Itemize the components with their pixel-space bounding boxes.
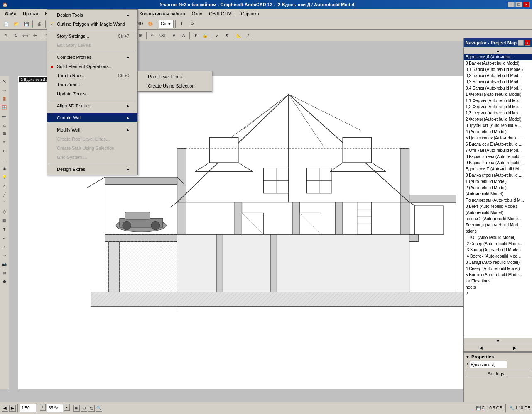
maximize-btn[interactable]: □ [515,2,522,7]
props-value-input[interactable] [470,361,507,368]
nav-item-13[interactable]: 5 Центр конёк (Auto-rebuild ... [464,135,532,141]
tb-save[interactable]: 💾 [22,19,31,29]
settings-button[interactable]: Settings... [466,370,530,377]
lt-mesh[interactable]: ⊞ [0,129,9,138]
status-next-btn[interactable]: ▶ [9,405,16,412]
lt-line[interactable]: ╱ [0,190,9,199]
dm-trim-zone[interactable]: Trim Zone... [47,80,137,89]
view-fit-btn[interactable]: ⊞ [73,405,80,412]
nav-item-20[interactable]: 1 (Auto-rebuild Model) [464,178,532,185]
status-prev-btn[interactable]: ◀ [2,405,8,412]
nav-item-6[interactable]: 1 Фермы (Auto-rebuild Model) [464,91,532,97]
cw-sub-roof-lines[interactable]: Roof Level Lines , [138,72,212,81]
lt-stair[interactable]: ≡ [0,138,9,146]
lt-object[interactable]: ◉ [0,164,9,173]
dm-curtain-wall[interactable]: Curtain Wall ▶ [47,113,137,122]
menu-help[interactable]: Справка [238,10,262,18]
nav-item-33[interactable]: 3 Запад (Auto-rebuild Model) [464,259,532,265]
nav-scroll-up[interactable]: ▲ [464,47,532,54]
nav-item-0[interactable]: Вдоль оси Д (Auto-rebu... [464,54,532,60]
dm-solid-element[interactable]: ■ Solid Element Operations... [47,62,137,71]
lt-door[interactable]: 🚪 [0,95,9,103]
lt-arrow[interactable]: ↖ [0,77,9,85]
tb-render[interactable]: 🎨 [146,19,155,29]
nav-item-28[interactable]: ptions [464,228,532,234]
nav-item-1[interactable]: 0 Балки (Auto-rebuild Model) [464,60,532,66]
lt-lamp[interactable]: 💡 [0,173,9,181]
lt-text[interactable]: T [0,225,9,234]
nav-item-5[interactable]: 0,4 Балки (Auto-rebuild Mod... [464,85,532,91]
nav-item-3[interactable]: 0,2 Балки (Auto-rebuild Mod... [464,73,532,79]
titlebar-controls[interactable]: _ □ × [508,2,530,7]
dm-story-settings[interactable]: Story Settings... Ctrl+7 [47,32,137,41]
nav-close-btn[interactable]: × [525,40,530,46]
lt-column[interactable]: ⊓ [0,147,9,155]
lt-dim[interactable]: ↔ [0,234,9,242]
lt-window[interactable]: 🪟 [0,103,9,112]
minimize-btn[interactable]: _ [508,2,515,7]
dm-design-extras[interactable]: Design Extras ▶ [47,165,137,174]
dm-modify-wall[interactable]: Modify Wall ▶ [47,125,137,134]
nav-item-30[interactable]: ,2 Север (Auto-rebuild Mode... [464,241,532,247]
dm-create-roof-lines[interactable]: Create Roof Level Lines... [47,134,137,144]
zoom-in-btn[interactable]: + [40,404,46,411]
nav-item-21[interactable]: 2 (Auto-rebuild Model) [464,185,532,191]
lt-wall[interactable]: ▭ [0,86,9,94]
dm-update-zones[interactable]: Update Zones... [47,89,137,98]
lt-curtain[interactable]: ⊞ [0,269,9,277]
cw-sub-create-selection[interactable]: Create Using Selection [138,81,212,90]
navigator-list[interactable]: Вдоль оси Д (Auto-rebu... 0 Балки (Auto-… [464,54,532,338]
dm-create-stair[interactable]: Create Stair Using Selection [47,144,137,153]
view-zoom-btn[interactable]: 🔍 [96,405,102,412]
lt-arc[interactable]: ⌒ [0,199,9,207]
zoom-out-btn[interactable]: - [64,404,70,411]
tb-print[interactable]: 🖨 [34,19,44,29]
nav-item-34[interactable]: 4 Север (Auto-rebuild Model) [464,265,532,272]
nav-item-27[interactable]: Лестница (Auto-rebuild Mod... [464,222,532,228]
navigator-controls[interactable]: _ × [518,40,530,46]
tb-new[interactable]: 📄 [2,19,11,29]
nav-item-14[interactable]: 6 Вдоль оси Е (Auto-rebuild ... [464,141,532,147]
nav-item-26[interactable]: по оси 2 (Auto-rebuild Mode... [464,216,532,222]
lt-zone[interactable]: Z [0,182,9,190]
lt-section[interactable]: ⊸ [0,251,9,260]
close-btn[interactable]: × [523,2,530,7]
view-select-btn[interactable]: ◎ [88,405,95,412]
nav-item-32[interactable]: ,4 Восток (Auto-rebuild Mod... [464,253,532,259]
nav-prev-btn[interactable]: ◀ [464,344,498,351]
menu-objective[interactable]: OBJECTIVE [206,10,238,18]
menu-window[interactable]: Окно [189,10,206,18]
nav-item-35[interactable]: 5 Восток (Auto-rebuild Mode... [464,272,532,278]
nav-item-7[interactable]: 1,1 Фермы (Auto-rebuild Mo... [464,97,532,104]
nav-item-23[interactable]: По велюксам (Auto-rebuild M... [464,197,532,203]
nav-item-22[interactable]: (Auto-rebuild Model) [464,191,532,197]
nav-item-25[interactable]: (Auto-rebuild Model) [464,209,532,216]
go-field[interactable]: Go ▼ [159,20,174,28]
nav-item-38[interactable]: ls [464,290,532,297]
nav-scroll-down[interactable]: ▼ [464,338,532,344]
menu-teamwork[interactable]: Коллективная работа [136,10,189,18]
tb-open[interactable]: 📂 [12,19,21,29]
lt-fill[interactable]: ▦ [0,217,9,225]
dm-trim-roof[interactable]: Trim to Roof... Ctrl+0 [47,71,137,80]
lt-slab[interactable]: ▬ [0,112,9,120]
nav-item-10[interactable]: 2 Фермы (Auto-rebuild Model) [464,116,532,122]
nav-item-29[interactable]: ,1 ЮГ (Auto-rebuild Model) [464,234,532,241]
nav-item-15[interactable]: 7 Отв кан (Auto-rebuild Mod... [464,147,532,153]
lt-beam[interactable]: ─ [0,156,9,164]
nav-item-36[interactable]: ior Elevations [464,278,532,284]
nav-item-24[interactable]: 0 Вент (Auto-rebuild Model) [464,203,532,209]
nav-item-12[interactable]: 4 (Auto-rebuild Model) [464,129,532,135]
nav-item-4[interactable]: 0,3 Балки (Auto-rebuild Mod... [464,79,532,85]
nav-item-17[interactable]: 9 Каркас стена (Auto-rebuild... [464,160,532,166]
dm-edit-story[interactable]: Edit Story Levels [47,41,137,50]
lt-roof[interactable]: △ [0,121,9,129]
lt-camera[interactable]: 📷 [0,260,9,268]
nav-item-8[interactable]: 1,2 Фермы (Auto-rebuild Mo... [464,104,532,110]
nav-next-btn[interactable]: ▶ [498,344,532,351]
tb-info[interactable]: ℹ [177,19,186,29]
lt-label[interactable]: ▷ [0,243,9,251]
nav-item-18[interactable]: Вдоль оси Е (Auto-rebuild M... [464,166,532,172]
lt-morph[interactable]: ⬟ [0,278,9,286]
tb-settings2[interactable]: ⚙ [187,19,196,29]
